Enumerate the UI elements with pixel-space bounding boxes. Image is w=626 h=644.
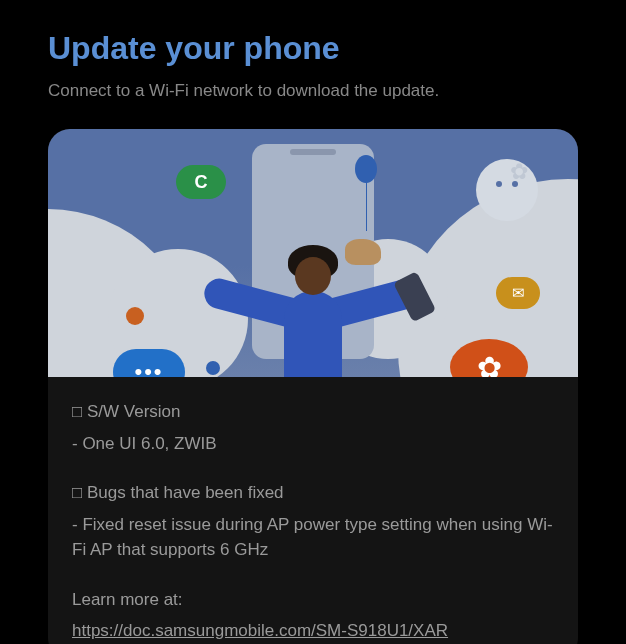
dot-decoration (126, 307, 144, 325)
page-subtitle: Connect to a Wi-Fi network to download t… (48, 81, 578, 101)
learn-more-label: Learn more at: (72, 587, 554, 613)
sun-icon (476, 159, 538, 221)
sw-version-header: □ S/W Version (72, 399, 554, 425)
gear-icon: ✿ (510, 159, 528, 185)
update-illustration: ✿ C ••• ✉ ✿ (48, 129, 578, 377)
bugs-fixed-item: - Fixed reset issue during AP power type… (72, 512, 554, 563)
update-card: ✿ C ••• ✉ ✿ □ S/W Version - One UI 6.0, … (48, 129, 578, 644)
sw-version-value: - One UI 6.0, ZWIB (72, 431, 554, 457)
phone-app-icon: C (176, 165, 226, 199)
balloon-icon (355, 155, 377, 183)
page-title: Update your phone (48, 30, 578, 67)
learn-more-link[interactable]: https://doc.samsungmobile.com/SM-S918U1/… (72, 621, 448, 640)
update-details: □ S/W Version - One UI 6.0, ZWIB □ Bugs … (48, 377, 578, 644)
dot-decoration (206, 361, 220, 375)
dog-icon (345, 239, 381, 265)
bugs-fixed-header: □ Bugs that have been fixed (72, 480, 554, 506)
chat-app-icon: ••• (113, 349, 185, 377)
mail-app-icon: ✉ (496, 277, 540, 309)
